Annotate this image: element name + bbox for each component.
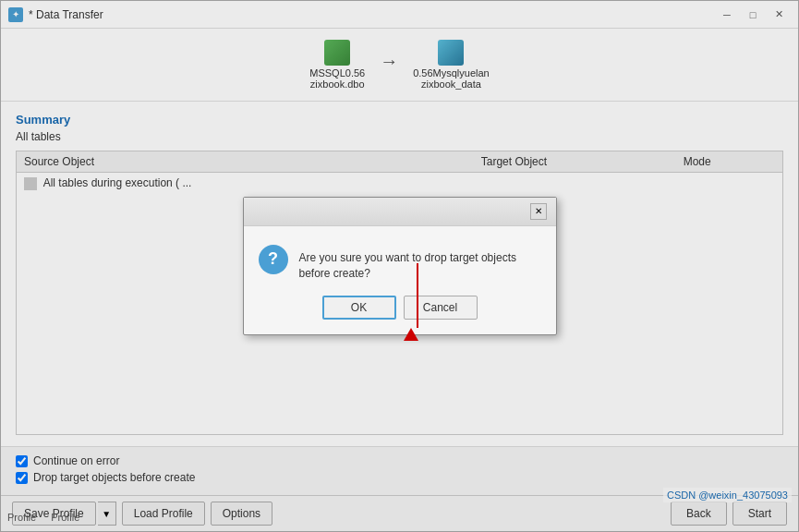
cancel-button[interactable]: Cancel <box>404 296 478 320</box>
confirm-dialog: ✕ ? Are you sure you want to drop target… <box>243 197 557 336</box>
question-icon: ? <box>259 245 288 274</box>
modal-overlay: ✕ ? Are you sure you want to drop target… <box>0 0 799 532</box>
dialog-close-button[interactable]: ✕ <box>530 203 547 220</box>
dialog-title-bar: ✕ <box>244 198 556 226</box>
dialog-body: ? Are you sure you want to drop target o… <box>244 226 556 296</box>
dialog-buttons: OK Cancel <box>244 296 556 334</box>
ok-button[interactable]: OK <box>322 296 396 320</box>
dialog-message: Are you sure you want to drop target obj… <box>299 245 541 282</box>
